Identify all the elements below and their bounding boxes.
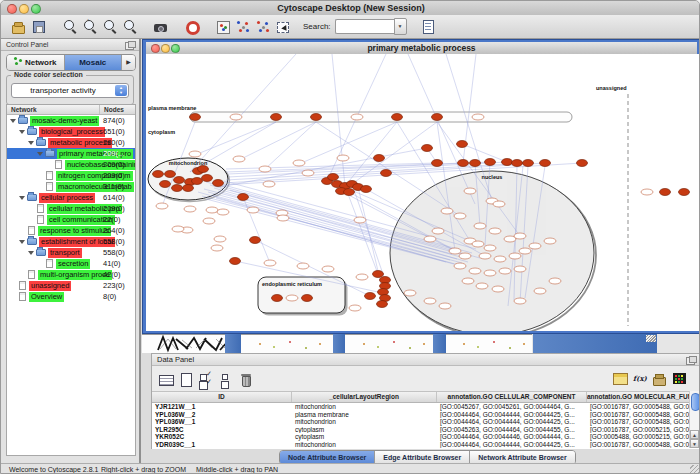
graph-node[interactable] xyxy=(462,278,474,284)
graph-node[interactable] xyxy=(211,245,223,251)
tree-row[interactable]: nitrogen compound m209(0) xyxy=(7,170,135,181)
background-window-edge[interactable] xyxy=(241,334,333,353)
graph-node[interactable] xyxy=(454,213,466,219)
graph-node[interactable] xyxy=(529,243,541,249)
column-header[interactable]: _cellularLayoutRegion xyxy=(292,392,437,402)
graph-node[interactable] xyxy=(472,114,484,120)
tree-row[interactable]: nucleobase-containing209(0) xyxy=(7,159,135,170)
graph-node-selected[interactable] xyxy=(238,194,249,201)
scrollbar-thumb[interactable] xyxy=(691,393,700,411)
graph-node-selected[interactable] xyxy=(250,237,261,244)
tree-row[interactable]: transport558(0) xyxy=(7,247,135,258)
graph-node-selected[interactable] xyxy=(374,155,385,162)
dp-folder-icon[interactable] xyxy=(651,370,669,387)
graph-node[interactable] xyxy=(206,207,218,213)
graph-node[interactable] xyxy=(302,170,314,176)
graph-node[interactable] xyxy=(469,268,481,274)
graph-node[interactable] xyxy=(233,156,245,162)
graph-node-selected[interactable] xyxy=(577,160,588,167)
node-color-dropdown[interactable]: transporter activity ▲▼ xyxy=(11,83,129,98)
expander-icon[interactable] xyxy=(19,130,25,137)
graph-node-selected[interactable] xyxy=(192,178,203,185)
view-zoom-button[interactable] xyxy=(171,44,180,53)
graph-node[interactable] xyxy=(356,274,368,280)
graph-node[interactable] xyxy=(519,248,531,254)
graph-node[interactable] xyxy=(214,236,226,242)
graph-node-selected[interactable] xyxy=(160,181,171,188)
graph-node[interactable] xyxy=(459,253,471,259)
graph-node-selected[interactable] xyxy=(172,185,183,192)
graph-node-selected[interactable] xyxy=(422,145,433,152)
graph-node-selected[interactable] xyxy=(458,160,469,167)
network-nodes-b-icon[interactable] xyxy=(254,18,272,35)
graph-node[interactable] xyxy=(277,215,289,221)
expander-icon[interactable] xyxy=(28,251,34,258)
help-ring-icon[interactable] xyxy=(183,18,201,35)
tree-row[interactable]: establishment of local558(0) xyxy=(7,236,135,247)
graph-node-selected[interactable] xyxy=(198,166,209,173)
open-folder-icon[interactable] xyxy=(10,18,28,35)
network-nodes-a-icon[interactable] xyxy=(234,18,252,35)
tree-row[interactable]: multi-organism proce42(0) xyxy=(7,269,135,280)
graph-node-selected[interactable] xyxy=(202,175,213,182)
graph-node[interactable] xyxy=(203,218,215,224)
attribute-table-header[interactable]: ID_cellularLayoutRegionannotation.GO CEL… xyxy=(152,392,700,403)
graph-node[interactable] xyxy=(549,278,561,284)
float-panel-icon[interactable] xyxy=(125,42,134,50)
graph-node-selected[interactable] xyxy=(183,185,194,192)
graph-node-selected[interactable] xyxy=(660,189,671,196)
graph-node[interactable] xyxy=(354,217,366,223)
graph-node-selected[interactable] xyxy=(523,160,534,167)
tree-row[interactable]: response to stimulus264(0) xyxy=(7,225,135,236)
graph-node[interactable] xyxy=(230,114,242,120)
save-icon[interactable] xyxy=(30,18,48,35)
tree-row[interactable]: metabolic process280(0) xyxy=(7,137,135,148)
graph-node[interactable] xyxy=(474,223,486,229)
table-row[interactable]: YLR295Ccytoplasm[GO:0045263, GO:0044464,… xyxy=(152,426,700,434)
graph-edge[interactable] xyxy=(265,122,316,169)
graph-node-selected[interactable] xyxy=(328,174,339,181)
zoom-region-icon[interactable] xyxy=(101,18,119,35)
table-row[interactable]: YJR121W__1mitochondrion[GO:0045267, GO:0… xyxy=(152,403,700,411)
graph-node-selected[interactable] xyxy=(502,159,513,166)
column-header[interactable]: annotation.GO CELLULAR_COMPONENT xyxy=(437,392,587,402)
zoom-in-icon[interactable]: + xyxy=(81,18,99,35)
graph-node[interactable] xyxy=(499,268,511,274)
tree-header[interactable]: Network Nodes xyxy=(7,105,135,115)
tree-row[interactable]: cellular metabolic pro209(0) xyxy=(7,203,135,214)
graph-node-selected[interactable] xyxy=(272,295,283,302)
tree-row[interactable]: Overview8(0) xyxy=(7,291,135,302)
graph-edge[interactable] xyxy=(462,144,507,162)
resize-grip-icon[interactable] xyxy=(646,335,656,342)
graph-node[interactable] xyxy=(424,298,436,304)
graph-node[interactable] xyxy=(337,155,349,161)
table-scrollbar[interactable]: ▲ ▼ xyxy=(689,391,699,448)
graph-node[interactable] xyxy=(476,283,488,289)
graph-node[interactable] xyxy=(259,166,271,172)
graph-node-selected[interactable] xyxy=(432,160,443,167)
search-dropdown-icon[interactable]: ▼ xyxy=(394,18,407,35)
graph-node-selected[interactable] xyxy=(540,160,551,167)
dp-doc-icon[interactable] xyxy=(177,371,195,388)
graph-node-selected[interactable] xyxy=(432,114,443,121)
graph-node[interactable] xyxy=(156,203,168,209)
scroll-up-icon[interactable]: ▲ xyxy=(690,430,699,439)
tree-row[interactable]: primary metabolic pro209(... xyxy=(7,148,135,159)
graph-node[interactable] xyxy=(247,207,259,213)
graph-node-selected[interactable] xyxy=(457,141,468,148)
graph-node-selected[interactable] xyxy=(165,171,176,178)
attr-browser-icon[interactable] xyxy=(419,18,437,35)
graph-node[interactable] xyxy=(441,208,453,214)
table-row[interactable]: YPL036W__2plasma membrane[GO:0044464, GO… xyxy=(152,411,700,419)
graph-node[interactable] xyxy=(189,151,201,157)
graph-node[interactable] xyxy=(484,270,496,276)
graph-node-selected[interactable] xyxy=(344,189,355,196)
tree-row[interactable]: cellular process614(0) xyxy=(7,192,135,203)
graph-node[interactable] xyxy=(509,253,521,259)
dp-check-icon[interactable] xyxy=(197,371,215,388)
graph-node-selected[interactable] xyxy=(311,114,322,121)
graph-node-selected[interactable] xyxy=(213,180,224,187)
graph-node[interactable] xyxy=(263,181,275,187)
dp-grid-icon[interactable] xyxy=(157,371,175,388)
camera-icon[interactable] xyxy=(152,18,170,35)
